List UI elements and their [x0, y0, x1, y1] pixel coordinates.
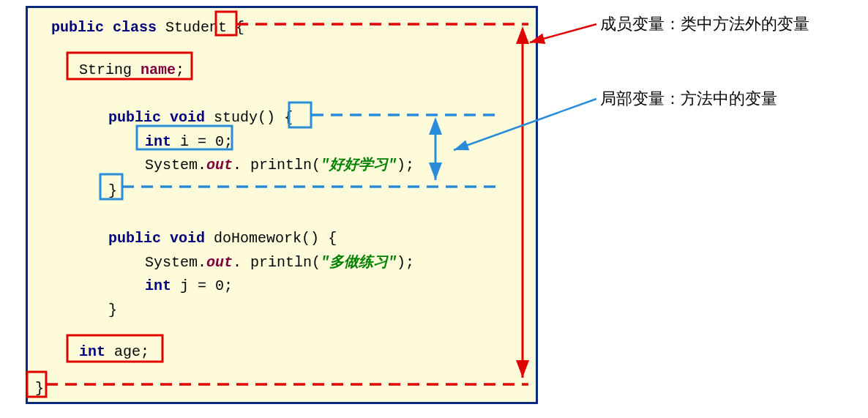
red-pointer-arrow: [530, 24, 596, 42]
code-line-println-1: System.out. println("好好学习");: [145, 154, 414, 176]
open-brace-study: {: [284, 109, 293, 126]
out-2: out: [206, 254, 233, 271]
code-line-int-j: int j = 0;: [145, 275, 233, 297]
class-name: Student: [165, 19, 227, 36]
keyword-int-3: int: [79, 343, 105, 360]
close-brace-study: }: [108, 180, 117, 202]
brace-close-1: }: [108, 182, 117, 199]
keyword-public: public: [51, 19, 104, 36]
code-line-study-sig: public void study() {: [108, 107, 293, 129]
label-member-variable: 成员变量：类中方法外的变量: [600, 13, 809, 35]
label-local-variable: 局部变量：方法中的变量: [600, 88, 777, 110]
var-j: j = 0;: [180, 277, 233, 294]
keyword-void-2: void: [170, 230, 205, 247]
string-2: "多做练习": [321, 254, 397, 271]
keyword-public-2: public: [108, 109, 161, 126]
field-name: name: [141, 61, 176, 78]
code-line-field-name: String name;: [79, 59, 184, 81]
close-brace-class: }: [35, 378, 44, 400]
brace-close-3: }: [35, 380, 44, 397]
end-1: );: [397, 157, 414, 173]
open-brace-class: {: [236, 19, 244, 36]
keyword-class: class: [113, 19, 157, 36]
code-line-println-2: System.out. println("多做练习");: [145, 252, 414, 274]
string-1: "好好学习": [321, 157, 397, 173]
paren-2: (): [302, 230, 319, 247]
close-brace-dohw: }: [108, 299, 117, 321]
brace-close-2: }: [108, 302, 117, 318]
keyword-int-2: int: [145, 277, 171, 294]
code-line-1: public class Student {: [51, 17, 244, 39]
semicolon-2: ;: [141, 343, 149, 360]
system-1: System.: [145, 157, 206, 173]
method-dohomework: doHomework: [214, 230, 302, 247]
semicolon: ;: [176, 61, 184, 78]
open-brace-dohw: {: [328, 230, 337, 247]
code-container: public class Student { String name; publ…: [26, 6, 538, 404]
out-1: out: [206, 157, 233, 173]
keyword-void-1: void: [170, 109, 205, 126]
keyword-public-3: public: [108, 230, 161, 247]
code-line-dohw-sig: public void doHomework() {: [108, 228, 337, 250]
print-1: . println(: [233, 157, 321, 173]
method-study: study: [214, 109, 258, 126]
keyword-int-1: int: [145, 133, 171, 150]
end-2: );: [397, 254, 414, 271]
print-2: . println(: [233, 254, 321, 271]
type-string: String: [79, 61, 132, 78]
system-2: System.: [145, 254, 206, 271]
paren-1: (): [258, 109, 275, 126]
code-line-int-i: int i = 0;: [145, 131, 233, 153]
var-i: i = 0;: [180, 133, 233, 150]
field-age: age: [114, 343, 141, 360]
code-line-field-age: int age;: [79, 341, 149, 363]
